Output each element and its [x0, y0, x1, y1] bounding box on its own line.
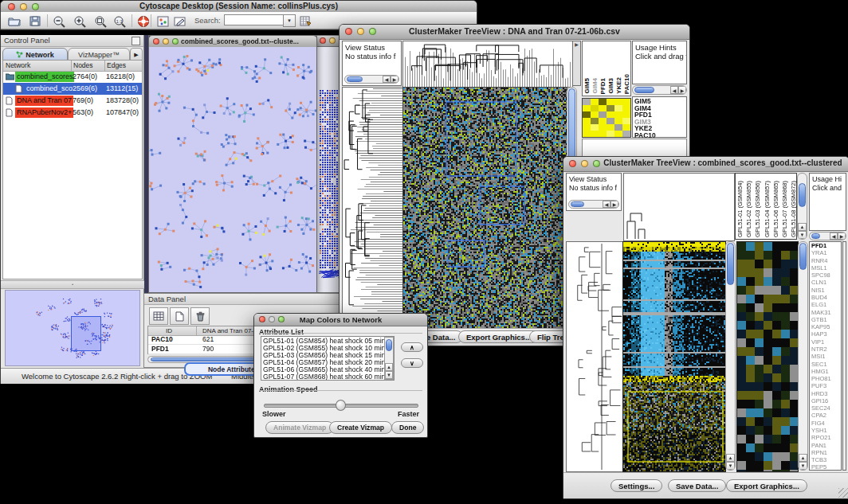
scroll-arrow-icon[interactable]: ▶ [678, 86, 686, 94]
column-dendrogram-canvas[interactable] [623, 173, 735, 241]
heatmap-canvas[interactable] [622, 241, 726, 472]
done-button[interactable]: Done [391, 421, 424, 434]
scroll-arrow-icon[interactable]: ▲ [726, 454, 735, 462]
col-nodes[interactable]: Nodes [73, 61, 93, 69]
scroll-arrow-icon[interactable]: ▲ [798, 223, 807, 231]
heatmap-vscrollbar[interactable]: ▲▼ [725, 241, 736, 471]
gene-label[interactable]: NIS1 [811, 287, 839, 294]
animate-vizmap-button[interactable]: Animate Vizmap [265, 421, 334, 434]
gene-label[interactable]: GTB1 [811, 316, 839, 323]
gene-label[interactable]: GPI16 [811, 397, 839, 404]
gene-label[interactable]: GIM4 [634, 105, 685, 112]
gene-label[interactable]: PFD1 [811, 242, 839, 249]
row-dendrogram-canvas[interactable] [566, 241, 623, 472]
scrollbar-thumb[interactable] [799, 243, 807, 270]
delete-attribute-icon[interactable] [190, 307, 210, 325]
view-status-scrollbar[interactable]: ◀▶ [344, 75, 399, 84]
move-down-button[interactable]: ∨ [401, 358, 423, 368]
minimize-icon[interactable] [581, 160, 588, 167]
usage-hints-scrollbar[interactable]: ◀▶ [809, 232, 846, 240]
col-edges[interactable]: Edges [107, 61, 126, 69]
scroll-arrow-icon[interactable]: ▲ [385, 363, 393, 371]
gene-label[interactable]: HMG1 [811, 368, 839, 375]
minimize-icon[interactable] [163, 38, 169, 45]
scrollbar-thumb[interactable] [347, 76, 363, 82]
attribute-list-item[interactable]: GPL51-01 (GSM854) heat shock 05 min [263, 338, 392, 345]
network-overview-canvas[interactable] [5, 290, 140, 366]
zoom-selected-icon[interactable] [92, 14, 109, 29]
gene-label[interactable]: MSI1 [811, 353, 839, 360]
gene-label[interactable]: MSL1 [811, 264, 839, 272]
export-graphics-button[interactable]: Export Graphics... [458, 330, 540, 343]
gene-label[interactable]: RPN1 [811, 449, 839, 456]
scrollbar-thumb[interactable] [386, 339, 392, 351]
scrollbar-thumb[interactable] [571, 201, 584, 207]
zoom-in-icon[interactable] [71, 14, 88, 29]
attribute-list-item[interactable]: GPL51-02 (GSM855) heat shock 10 min [263, 345, 392, 352]
select-attributes-icon[interactable] [149, 307, 168, 325]
vizmapper-icon[interactable] [154, 14, 171, 29]
network-table-row[interactable]: DNA and Tran 07769(0)183728(0) [3, 95, 142, 107]
import-table-icon[interactable] [297, 14, 315, 29]
scroll-arrow-icon[interactable]: ◀ [670, 86, 678, 94]
settings-button[interactable]: Settings... [610, 479, 662, 492]
scrollbar-thumb[interactable] [811, 233, 821, 239]
gene-label[interactable]: KAP95 [811, 323, 839, 330]
tree-splitter-strip[interactable]: ▶ [572, 41, 581, 86]
view-status-scrollbar[interactable]: ◀▶ [568, 200, 619, 209]
gene-label[interactable]: YSH1 [811, 427, 839, 434]
row-dendrogram-canvas[interactable] [342, 87, 403, 330]
zoomed-heatmap-canvas[interactable] [736, 241, 799, 472]
zoomed-heatmap-vscrollbar[interactable]: ▲▼ [798, 241, 808, 471]
resize-grip[interactable] [838, 488, 848, 498]
close-icon[interactable] [153, 38, 159, 45]
gene-label[interactable]: CPA2 [811, 412, 839, 419]
attribute-list-item[interactable]: GPL51-07 (GSM868) heat shock 60 min [263, 373, 392, 381]
usage-hints-scrollbar[interactable]: ◀▶ [632, 85, 687, 95]
gene-label[interactable]: PAN1 [811, 442, 839, 449]
network-table-row[interactable]: RNAPuberNov2+563(0)107847(0) [3, 107, 142, 119]
save-data-button[interactable]: Save Data... [668, 479, 726, 492]
gene-label[interactable]: SEC24 [811, 404, 839, 412]
scroll-arrow-icon[interactable]: ◀ [383, 76, 391, 83]
edit-network-icon[interactable] [171, 14, 189, 29]
zoom-window-icon[interactable] [593, 160, 600, 167]
scroll-arrow-icon[interactable]: ◀ [603, 201, 610, 208]
gene-label[interactable]: PUF3 [811, 382, 839, 389]
array-labels-scrollbar[interactable]: ▲▼ [797, 173, 807, 240]
minimize-icon[interactable] [329, 37, 336, 44]
network-graph-canvas[interactable] [149, 47, 316, 292]
gene-label[interactable]: RNR4 [811, 257, 839, 264]
help-ring-icon[interactable] [135, 14, 152, 29]
scrollbar-thumb[interactable] [634, 87, 654, 93]
scrollbar-thumb[interactable] [799, 183, 806, 207]
gene-label[interactable]: NTR2 [811, 346, 839, 353]
gene-label[interactable]: HRD3 [811, 390, 839, 397]
panel-divider[interactable]: • [1, 280, 144, 289]
search-dropdown-button[interactable]: ▼ [283, 14, 296, 27]
gene-label[interactable]: RPO21 [811, 434, 839, 441]
search-input[interactable] [224, 14, 285, 25]
attribute-list-item[interactable]: GPL51-06 (GSM865) heat shock 40 min [263, 366, 392, 373]
attribute-list-scrollbar[interactable]: ▲▼ [384, 337, 394, 380]
data-col-id[interactable]: ID [166, 327, 172, 334]
gene-label[interactable]: GIM5 [634, 98, 685, 105]
attribute-list-item[interactable]: GPL51-04 (GSM857) heat shock 20 min [263, 359, 392, 366]
scroll-arrow-icon[interactable]: ▼ [799, 462, 807, 470]
gene-label[interactable]: ELG1 [811, 301, 839, 308]
scroll-arrow-icon[interactable]: ▼ [798, 231, 807, 239]
scroll-arrow-icon[interactable]: ▼ [726, 462, 735, 470]
gene-label[interactable]: SPC98 [811, 272, 839, 279]
network-table-row[interactable]: combined_scores2764(0)16218(0) [3, 71, 142, 83]
gene-label[interactable]: MAK31 [811, 309, 839, 316]
attribute-listbox[interactable]: GPL51-01 (GSM854) heat shock 05 minGPL51… [261, 336, 395, 381]
scroll-arrow-icon[interactable]: ▶ [610, 201, 618, 208]
float-panel-icon[interactable] [132, 37, 140, 45]
zoom-window-icon[interactable] [172, 38, 179, 45]
export-graphics-button[interactable]: Export Graphics... [726, 479, 807, 492]
scroll-arrow-icon[interactable]: ▶ [838, 232, 846, 240]
close-icon[interactable] [569, 160, 576, 167]
mini-heatmap[interactable] [582, 98, 631, 138]
gene-label[interactable]: FIG4 [811, 420, 839, 427]
create-vizmap-button[interactable]: Create Vizmap [329, 421, 392, 434]
